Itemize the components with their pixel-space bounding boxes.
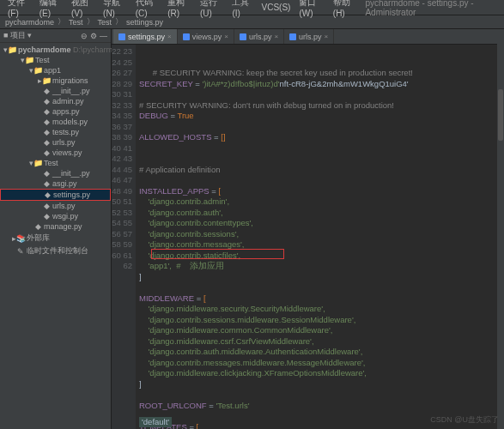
py-icon: ◆: [42, 87, 51, 95]
tab-urls-py[interactable]: urls.py×: [234, 29, 284, 44]
code-body[interactable]: # SECURITY WARNING: keep the secret key …: [136, 45, 504, 429]
tab-views-py[interactable]: views.py×: [178, 29, 234, 44]
tree-item-views-py[interactable]: ◆views.py: [0, 148, 111, 158]
tree-item-label: models.py: [52, 118, 88, 126]
tree-item-settings-py[interactable]: ◆settings.py: [0, 189, 111, 201]
scroll-thumb[interactable]: [498, 89, 503, 141]
close-icon[interactable]: ×: [325, 33, 329, 40]
settings-icon[interactable]: ⚙: [90, 32, 97, 40]
tree-item-app1[interactable]: ▾ 📁app1: [0, 65, 111, 76]
tree-item-label: tests.py: [52, 128, 79, 136]
close-icon[interactable]: ×: [274, 33, 278, 40]
scrollbar-vertical[interactable]: [497, 29, 504, 429]
tree-item-label: asgi.py: [52, 179, 77, 188]
close-icon[interactable]: ×: [167, 33, 172, 40]
menu-tools[interactable]: 工具(I): [228, 0, 257, 18]
close-icon[interactable]: ×: [224, 33, 228, 40]
tree-item-label: Test: [44, 159, 58, 167]
tree-item-label: __init__.py: [52, 169, 90, 178]
collapse-icon[interactable]: ⊖: [81, 32, 88, 40]
line-gutter: 22 23 24 25 26 27 28 29 30 31 32 33 34 3…: [112, 45, 136, 429]
tree-item-apps-py[interactable]: ◆apps.py: [0, 106, 111, 117]
project-label: ■ 项目 ▾: [3, 30, 32, 41]
crumb[interactable]: Test: [98, 18, 112, 27]
tree-item-tests-py[interactable]: ◆tests.py: [0, 127, 111, 137]
project-tree[interactable]: ▾ 📁 pycharmdome D:\pycharmdome ▾ 📁Test▾ …: [0, 43, 111, 259]
py-icon: ◆: [42, 107, 51, 116]
tree-item-migrations[interactable]: ▸ 📁migrations: [0, 76, 111, 86]
tree-item-label: __init__.py: [52, 87, 90, 95]
folder-icon: 📁: [8, 45, 16, 54]
tree-root[interactable]: ▾ 📁 pycharmdome D:\pycharmdome: [0, 45, 111, 55]
tree-item-label: urls.py: [52, 202, 76, 210]
menu-file[interactable]: 文件(F): [3, 0, 35, 18]
python-file-icon: [240, 33, 246, 40]
tree-item-asgi-py[interactable]: ◆asgi.py: [0, 178, 111, 189]
hide-icon[interactable]: —: [100, 32, 107, 40]
tree-item-label: admin.py: [52, 97, 84, 106]
tree-item-label: settings.py: [53, 190, 90, 199]
folder-icon: 📁: [25, 56, 33, 64]
tree-item-label: migrations: [52, 76, 88, 85]
tree-item-label: 外部库: [27, 233, 50, 244]
tree-item-label: views.py: [52, 148, 82, 157]
tree-item-__init__-py[interactable]: ◆__init__.py: [0, 168, 111, 178]
tree-item-urls-py[interactable]: ◆urls.py: [0, 201, 111, 211]
crumb[interactable]: pycharmdome: [5, 18, 54, 27]
tree-item-label: wsgi.py: [52, 212, 78, 221]
project-toolwindow-header: ■ 项目 ▾ ⊖ ⚙ —: [0, 29, 111, 43]
tree-item-label: 临时文件和控制台: [27, 245, 88, 257]
tree-item-wsgi-py[interactable]: ◆wsgi.py: [0, 211, 111, 221]
folder-icon: 📁: [42, 76, 51, 85]
py-icon: ◆: [42, 128, 51, 136]
tree-item-label: manage.py: [44, 222, 82, 231]
tree-item-临时文件和控制台[interactable]: ✎临时文件和控制台: [0, 245, 111, 257]
python-file-icon: [183, 33, 190, 40]
menu-refactor[interactable]: 重构(R): [163, 0, 196, 18]
tree-item-models-py[interactable]: ◆models.py: [0, 117, 111, 127]
tab-settings-py[interactable]: settings.py×: [113, 29, 178, 44]
crumb[interactable]: Test: [69, 18, 83, 27]
editor-tabs: settings.py×views.py×urls.py×urls.py×: [112, 29, 504, 45]
tree-item-外部库[interactable]: ▸ 📚外部库: [0, 232, 111, 245]
crumb[interactable]: settings.py: [126, 18, 163, 27]
scratch-icon: ✎: [16, 247, 25, 256]
tree-item-label: apps.py: [52, 107, 80, 116]
python-file-icon: [118, 33, 125, 40]
tree-item-label: app1: [44, 66, 61, 75]
menu-window[interactable]: 窗口(W): [295, 0, 328, 18]
folder-icon: 📁: [33, 66, 42, 75]
py-icon: ◆: [42, 179, 51, 188]
py-icon: ◆: [42, 202, 51, 210]
tree-item-__init__-py[interactable]: ◆__init__.py: [0, 86, 111, 96]
menu-edit[interactable]: 编辑(E): [35, 0, 67, 18]
py-icon: ◆: [42, 212, 51, 221]
tree-item-Test[interactable]: ▾ 📁Test: [0, 158, 111, 168]
menu-help[interactable]: 帮助(H): [329, 0, 361, 18]
watermark: CSDN @U盘失踪了: [430, 414, 499, 426]
tree-item-label: Test: [35, 56, 50, 64]
python-file-icon: [289, 33, 296, 40]
tree-item-manage-py[interactable]: ◆manage.py: [0, 221, 111, 232]
menu-code[interactable]: 代码(C): [131, 0, 164, 18]
menu-nav[interactable]: 导航(N): [99, 0, 131, 18]
tree-item-Test[interactable]: ▾ 📁Test: [0, 55, 111, 65]
py-icon: ◆: [42, 118, 51, 126]
code-editor[interactable]: 22 23 24 25 26 27 28 29 30 31 32 33 34 3…: [112, 45, 504, 429]
py-icon: ◆: [33, 222, 42, 231]
editor-area: settings.py×views.py×urls.py×urls.py× 22…: [112, 29, 504, 429]
py-icon: ◆: [42, 97, 51, 106]
py-icon: ◆: [42, 138, 51, 147]
tree-item-label: urls.py: [52, 138, 76, 147]
py-icon: ◆: [42, 148, 51, 157]
menu-bar: 文件(F) 编辑(E) 视图(V) 导航(N) 代码(C) 重构(R) 运行(U…: [0, 0, 504, 15]
tab-urls-py[interactable]: urls.py×: [284, 29, 334, 44]
menu-run[interactable]: 运行(U): [196, 0, 228, 18]
tree-item-admin-py[interactable]: ◆admin.py: [0, 96, 111, 106]
py-icon: ◆: [42, 169, 51, 178]
menu-vcs[interactable]: VCS(S): [257, 3, 295, 12]
tree-item-urls-py[interactable]: ◆urls.py: [0, 137, 111, 148]
window-title: pycharmdome - settings.py - Administrato…: [361, 0, 501, 17]
folder-icon: 📁: [33, 159, 42, 167]
menu-view[interactable]: 视图(V): [67, 0, 99, 18]
